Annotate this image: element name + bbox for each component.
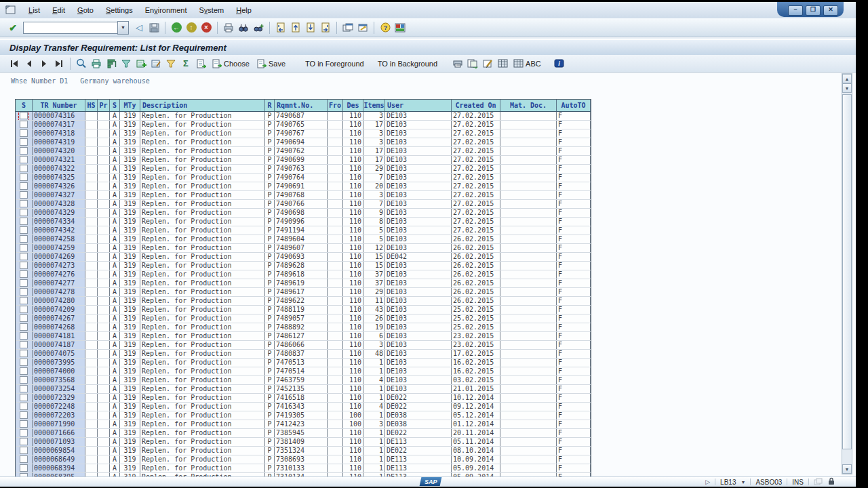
cancel-circle-icon[interactable]: × [199,22,213,34]
column-header[interactable]: User [385,100,452,111]
column-header[interactable]: TR Number [33,100,85,111]
column-header[interactable]: S [110,100,120,111]
exit-circle-icon[interactable]: ↑ [184,22,198,34]
row-checkbox[interactable] [20,244,28,251]
scroll-up-icon[interactable]: ▲ [842,74,852,83]
row-checkbox[interactable] [20,165,28,172]
menu-edit[interactable]: Edit [46,5,71,16]
page-up-icon[interactable] [289,22,302,34]
create-shortcut-icon[interactable] [356,22,370,34]
display-details-icon[interactable] [75,58,88,70]
help-icon[interactable]: ? [378,22,392,34]
row-checkbox[interactable] [20,403,28,410]
abc-analysis-button[interactable]: ABC [510,58,545,69]
copy-doc-icon[interactable] [466,58,479,70]
row-checkbox[interactable] [20,226,28,234]
customize-layout-icon[interactable] [393,22,407,34]
row-checkbox[interactable] [20,262,28,269]
row-checkbox[interactable] [20,323,28,331]
row-checkbox[interactable] [20,182,28,190]
change-entry-icon[interactable] [149,58,163,70]
transaction-code[interactable]: LB13 [720,479,736,486]
new-session-icon[interactable] [341,22,355,34]
save-button[interactable]: Save [253,58,289,70]
row-checkbox[interactable] [20,420,28,428]
row-checkbox[interactable] [20,438,28,445]
row-checkbox[interactable] [20,359,28,366]
save-icon[interactable] [147,22,161,34]
previous-item-icon[interactable] [22,58,36,70]
column-header[interactable]: Des [343,100,363,111]
print-icon[interactable] [222,22,235,34]
row-checkbox[interactable] [20,447,28,454]
command-dropdown-icon[interactable]: ▼ [117,21,129,35]
row-checkbox[interactable] [20,270,28,278]
minimize-button[interactable]: – [788,5,803,16]
row-checkbox[interactable] [20,306,28,313]
table-view-icon[interactable] [496,58,509,70]
row-checkbox[interactable] [20,350,28,357]
row-checkbox[interactable] [20,279,28,287]
column-header[interactable]: HS [85,100,98,111]
find-next-icon[interactable] [252,22,265,34]
column-header[interactable]: Description [140,100,265,111]
message-expand-icon[interactable]: ▷ [705,479,710,485]
row-checkbox[interactable] [20,332,28,340]
row-checkbox[interactable] [20,429,28,436]
system-menu-icon[interactable] [3,4,18,16]
menu-settings[interactable]: Settings [100,5,139,16]
menu-list[interactable]: List [22,5,46,16]
row-checkbox-cursor[interactable] [20,112,28,119]
page-down-icon[interactable] [304,22,317,34]
last-item-icon[interactable] [52,58,66,70]
row-checkbox[interactable] [20,138,28,146]
row-checkbox[interactable] [20,147,28,155]
print-to-icon[interactable] [451,58,465,70]
row-checkbox[interactable] [20,376,28,384]
column-header[interactable]: Rqmnt.No. [275,100,328,111]
row-checkbox[interactable] [20,209,28,216]
row-checkbox[interactable] [20,411,28,419]
column-header[interactable]: MTy [120,100,140,111]
first-page-icon[interactable] [274,22,288,34]
edit-pencil-icon[interactable] [481,58,494,70]
restore-button[interactable]: ❐ [806,5,821,16]
column-header[interactable]: Fro [328,100,343,111]
to-in-background-button[interactable]: TO in Background [371,58,444,69]
row-checkbox[interactable] [20,464,28,472]
enter-icon[interactable]: ✔ [6,22,20,34]
row-checkbox[interactable] [20,174,28,181]
row-checkbox[interactable] [20,129,28,137]
filter-icon[interactable] [119,58,133,70]
sort-ascending-icon[interactable] [104,58,118,70]
menu-environment[interactable]: Environment [139,5,193,16]
back-circle-icon[interactable]: ← [170,22,183,34]
row-checkbox[interactable] [20,235,28,243]
scroll-down-icon[interactable]: ▼ [842,464,852,474]
close-button[interactable]: ✕ [823,5,838,16]
column-header[interactable]: Created On [452,100,500,111]
column-header[interactable]: Mat. Doc. [500,100,557,111]
row-checkbox[interactable] [20,394,28,401]
row-checkbox[interactable] [20,121,28,128]
column-header[interactable]: R [265,100,275,111]
last-page-icon[interactable] [319,22,332,34]
row-checkbox[interactable] [20,385,28,392]
find-icon[interactable] [237,22,250,34]
vertical-scrollbar[interactable]: ▲ ▼ ▼ [842,73,852,474]
next-item-icon[interactable] [37,58,51,70]
column-header[interactable]: AutoTO [557,100,591,111]
status-dropdown-icon[interactable]: ▼ [741,480,745,485]
row-checkbox[interactable] [20,455,28,463]
info-icon[interactable]: i [553,58,566,70]
row-checkbox[interactable] [20,288,28,296]
row-checkbox[interactable] [20,367,28,375]
first-item-icon[interactable] [7,58,21,70]
menu-goto[interactable]: Goto [71,5,100,16]
choose-button[interactable]: Choose [208,58,253,70]
row-checkbox[interactable] [20,253,28,260]
row-checkbox[interactable] [20,156,28,163]
back-icon[interactable]: ◁ [132,22,146,34]
column-header[interactable]: S [16,100,33,111]
print-list-icon[interactable] [90,58,103,70]
